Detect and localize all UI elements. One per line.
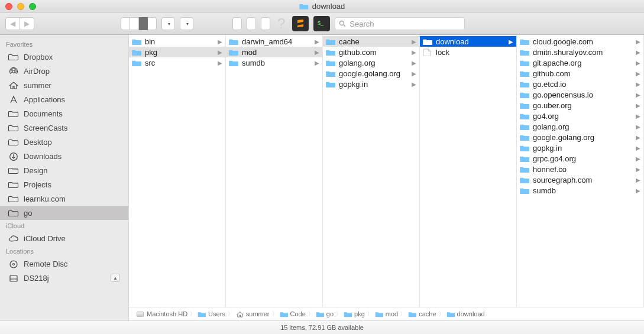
path-bar: Macintosh HD〉Users〉summer〉Code〉go〉pkg〉mo… — [129, 307, 644, 320]
sidebar-item[interactable]: go — [0, 206, 128, 220]
action-button[interactable]: ▾ — [180, 17, 193, 30]
sidebar-item-label: AirDrop — [24, 67, 50, 76]
arrange-button[interactable]: ▾ — [161, 17, 175, 30]
list-view-button[interactable] — [130, 17, 139, 30]
info-button[interactable] — [232, 17, 242, 30]
path-segment[interactable]: download — [446, 310, 485, 317]
item-name: golang.org — [339, 59, 409, 67]
sidebar-item[interactable]: Desktop — [0, 135, 128, 149]
folder-row[interactable]: git.apache.org▶ — [517, 57, 643, 68]
path-segment[interactable]: pkg — [344, 310, 365, 317]
folder-row[interactable]: golang.org▶ — [323, 57, 419, 68]
folder-row[interactable]: pkg▶ — [129, 47, 225, 57]
folder-row[interactable]: go.opencensus.io▶ — [517, 89, 643, 100]
folder-row[interactable]: sourcegraph.com▶ — [517, 174, 643, 185]
item-name: darwin_amd64 — [242, 37, 312, 46]
folder-row[interactable]: cache▶ — [323, 36, 419, 47]
chevron-right-icon: ▶ — [315, 60, 319, 66]
sidebar-item[interactable]: Design — [0, 163, 128, 177]
item-name: honnef.co — [533, 165, 633, 174]
help-icon[interactable]: ? — [275, 15, 287, 32]
app-terminal-icon[interactable]: $_ — [313, 16, 330, 31]
app-sublime-icon[interactable] — [292, 16, 309, 31]
path-segment[interactable]: go — [316, 310, 334, 317]
folder-icon — [280, 311, 288, 317]
icon-view-button[interactable] — [121, 17, 130, 30]
search-field[interactable]: Search — [335, 17, 465, 30]
folder-row[interactable]: bin▶ — [129, 36, 225, 47]
view-mode-switch — [121, 17, 157, 30]
folder-row[interactable]: google.golang.org▶ — [323, 68, 419, 79]
folder-row[interactable]: dmitri.shuralyov.com▶ — [517, 47, 643, 57]
sidebar-item[interactable]: iCloud Drive — [0, 231, 128, 245]
sidebar-item[interactable]: Projects — [0, 177, 128, 192]
forward-button[interactable]: ▶ — [20, 17, 34, 30]
folder-row[interactable]: sumdb▶ — [517, 185, 643, 196]
path-label: Users — [208, 310, 225, 317]
column-view-button[interactable] — [139, 17, 148, 30]
item-name: go.opencensus.io — [533, 90, 633, 99]
folder-row[interactable]: mod▶ — [226, 47, 322, 57]
folder-icon — [132, 59, 142, 67]
item-name: golang.org — [533, 122, 633, 131]
sidebar-item[interactable]: Remote Disc — [0, 257, 128, 271]
folder-row[interactable]: go.etcd.io▶ — [517, 79, 643, 89]
folder-row[interactable]: go4.org▶ — [517, 111, 643, 121]
trash-button[interactable] — [247, 17, 256, 30]
chevron-right-icon: ▶ — [218, 49, 222, 56]
column[interactable]: darwin_amd64▶mod▶sumdb▶ — [226, 35, 323, 320]
sidebar-item[interactable]: Dropbox — [0, 50, 128, 64]
gallery-view-button[interactable] — [148, 17, 157, 30]
status-bar: 15 items, 72.91 GB available — [0, 320, 644, 334]
back-button[interactable]: ◀ — [5, 17, 20, 30]
folder-row[interactable]: gopkg.in▶ — [517, 142, 643, 153]
zoom-window-button[interactable] — [29, 3, 36, 10]
folder-row[interactable]: go.uber.org▶ — [517, 100, 643, 111]
path-segment[interactable]: Macintosh HD — [136, 310, 187, 317]
item-name: github.com — [533, 69, 633, 78]
folder-row[interactable]: gopkg.in▶ — [323, 79, 419, 89]
sidebar-item[interactable]: AirDrop — [0, 64, 128, 78]
sidebar-item[interactable]: summer — [0, 78, 128, 92]
folder-row[interactable]: grpc.go4.org▶ — [517, 153, 643, 164]
window-title-text: download — [312, 2, 345, 11]
eject-button[interactable]: ▲ — [111, 274, 120, 282]
column[interactable]: download▶lock — [420, 35, 517, 320]
sidebar-item[interactable]: Documents — [0, 106, 128, 121]
sidebar-item[interactable]: DS218j▲ — [0, 271, 128, 285]
folder-row[interactable]: sumdb▶ — [226, 57, 322, 68]
new-folder-button[interactable] — [261, 17, 270, 30]
minimize-window-button[interactable] — [17, 3, 24, 10]
sidebar-item[interactable]: Downloads — [0, 149, 128, 163]
path-separator: 〉 — [270, 310, 280, 318]
folder-icon — [520, 166, 530, 173]
close-window-button[interactable] — [5, 3, 12, 10]
item-name: grpc.go4.org — [533, 154, 633, 163]
path-segment[interactable]: Users — [198, 310, 225, 317]
sidebar-item[interactable]: ScreenCasts — [0, 121, 128, 135]
sidebar-item[interactable]: learnku.com — [0, 192, 128, 206]
folder-row[interactable]: github.com▶ — [323, 47, 419, 57]
folder-row[interactable]: cloud.google.com▶ — [517, 36, 643, 47]
column[interactable]: bin▶pkg▶src▶ — [129, 35, 226, 320]
folder-row[interactable]: golang.org▶ — [517, 121, 643, 132]
folder-row[interactable]: darwin_amd64▶ — [226, 36, 322, 47]
column[interactable]: cache▶github.com▶golang.org▶google.golan… — [323, 35, 420, 320]
column[interactable]: cloud.google.com▶dmitri.shuralyov.com▶gi… — [517, 35, 644, 320]
folder-icon — [8, 194, 19, 203]
folder-icon — [8, 53, 19, 61]
folder-icon — [8, 109, 19, 118]
folder-icon — [8, 166, 19, 175]
folder-row[interactable]: google.golang.org▶ — [517, 132, 643, 142]
folder-row[interactable]: src▶ — [129, 57, 225, 68]
path-segment[interactable]: summer — [235, 310, 270, 317]
file-row[interactable]: lock — [420, 47, 516, 57]
folder-row[interactable]: github.com▶ — [517, 68, 643, 79]
sidebar-item[interactable]: Applications — [0, 92, 128, 106]
path-segment[interactable]: cache — [408, 310, 436, 317]
path-segment[interactable]: Code — [280, 310, 306, 317]
path-segment[interactable]: mod — [375, 310, 398, 317]
folder-row[interactable]: download▶ — [420, 36, 516, 47]
chevron-right-icon: ▶ — [636, 113, 640, 119]
folder-row[interactable]: honnef.co▶ — [517, 164, 643, 174]
